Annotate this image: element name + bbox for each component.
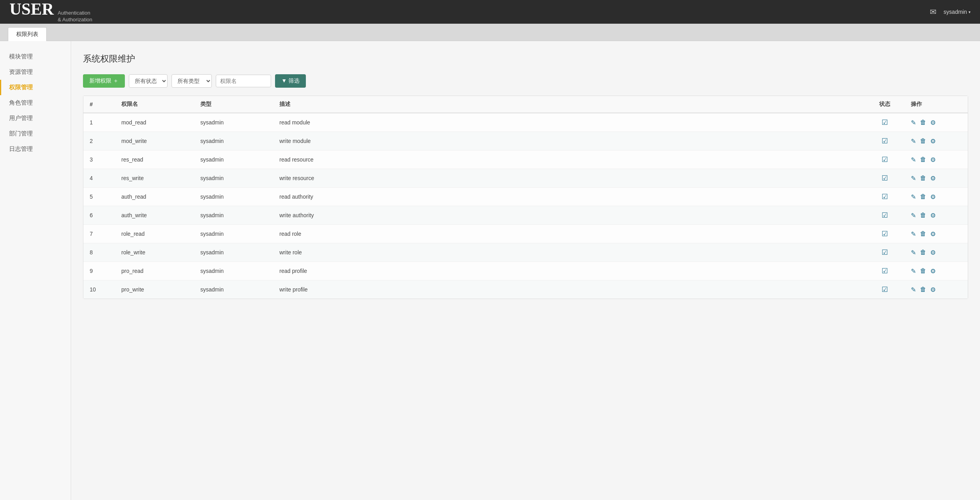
edit-icon[interactable]: ✎ (911, 286, 916, 293)
cell-type: sysadmin (194, 225, 273, 243)
col-header-desc: 描述 (273, 96, 865, 113)
cell-desc: read authority (273, 188, 865, 206)
type-filter-select[interactable]: 所有类型 sysadmin user (172, 74, 212, 88)
status-check-icon: ☑ (882, 137, 888, 145)
settings-icon[interactable]: ⚙ (930, 249, 936, 256)
cell-name: res_read (115, 150, 194, 169)
cell-num: 7 (83, 225, 115, 243)
edit-icon[interactable]: ✎ (911, 249, 916, 256)
cell-desc: read profile (273, 262, 865, 280)
mail-icon[interactable]: ✉ (930, 7, 937, 17)
cell-name: mod_write (115, 132, 194, 150)
cell-desc: write profile (273, 280, 865, 299)
settings-icon[interactable]: ⚙ (930, 230, 936, 238)
delete-icon[interactable]: 🗑 (920, 267, 926, 274)
sidebar: 模块管理 资源管理 权限管理 角色管理 用户管理 部门管理 日志管理 (0, 41, 71, 500)
delete-icon[interactable]: 🗑 (920, 119, 926, 126)
sidebar-item-log[interactable]: 日志管理 (0, 141, 71, 157)
delete-icon[interactable]: 🗑 (920, 193, 926, 200)
cell-status: ☑ (865, 280, 905, 299)
cell-type: sysadmin (194, 113, 273, 132)
brand-sub-text: Authentication & Authorization (58, 10, 92, 23)
status-check-icon: ☑ (882, 118, 888, 126)
settings-icon[interactable]: ⚙ (930, 193, 936, 201)
sidebar-item-role[interactable]: 角色管理 (0, 95, 71, 111)
status-filter-select[interactable]: 所有状态 启用 禁用 (129, 74, 168, 88)
sidebar-item-module[interactable]: 模块管理 (0, 49, 71, 64)
cell-desc: write role (273, 243, 865, 262)
tab-bar: 权限列表 (0, 24, 980, 41)
cell-status: ☑ (865, 150, 905, 169)
delete-icon[interactable]: 🗑 (920, 249, 926, 256)
status-check-icon: ☑ (882, 174, 888, 182)
action-icons-group: ✎ 🗑 ⚙ (911, 249, 961, 256)
add-permission-button[interactable]: 新增权限 ＋ (83, 74, 125, 88)
cell-num: 5 (83, 188, 115, 206)
settings-icon[interactable]: ⚙ (930, 175, 936, 182)
tab-permission-list[interactable]: 权限列表 (8, 27, 47, 41)
sidebar-item-resource[interactable]: 资源管理 (0, 64, 71, 80)
cell-status: ☑ (865, 113, 905, 132)
col-header-status: 状态 (865, 96, 905, 113)
sidebar-item-permission[interactable]: 权限管理 (0, 80, 71, 95)
cell-status: ☑ (865, 132, 905, 150)
table-header-row: # 权限名 类型 描述 状态 操作 (83, 96, 968, 113)
delete-icon[interactable]: 🗑 (920, 212, 926, 219)
col-header-name: 权限名 (115, 96, 194, 113)
cell-action: ✎ 🗑 ⚙ (905, 206, 968, 225)
cell-num: 2 (83, 132, 115, 150)
edit-icon[interactable]: ✎ (911, 193, 916, 201)
status-check-icon: ☑ (882, 286, 888, 293)
edit-icon[interactable]: ✎ (911, 230, 916, 238)
cell-num: 8 (83, 243, 115, 262)
cell-status: ☑ (865, 262, 905, 280)
settings-icon[interactable]: ⚙ (930, 286, 936, 293)
table-row: 4 res_write sysadmin write resource ☑ ✎ … (83, 169, 968, 188)
status-check-icon: ☑ (882, 248, 888, 256)
col-header-type: 类型 (194, 96, 273, 113)
action-icons-group: ✎ 🗑 ⚙ (911, 212, 961, 219)
table-row: 5 auth_read sysadmin read authority ☑ ✎ … (83, 188, 968, 206)
delete-icon[interactable]: 🗑 (920, 137, 926, 145)
cell-name: role_read (115, 225, 194, 243)
filter-button[interactable]: ▼ 筛选 (275, 74, 306, 88)
cell-action: ✎ 🗑 ⚙ (905, 188, 968, 206)
sidebar-item-department[interactable]: 部门管理 (0, 126, 71, 141)
settings-icon[interactable]: ⚙ (930, 212, 936, 219)
settings-icon[interactable]: ⚙ (930, 267, 936, 275)
delete-icon[interactable]: 🗑 (920, 230, 926, 237)
edit-icon[interactable]: ✎ (911, 175, 916, 182)
sidebar-item-user[interactable]: 用户管理 (0, 111, 71, 126)
table-row: 6 auth_write sysadmin write authority ☑ … (83, 206, 968, 225)
edit-icon[interactable]: ✎ (911, 212, 916, 219)
col-header-num: # (83, 96, 115, 113)
edit-icon[interactable]: ✎ (911, 137, 916, 145)
table-row: 7 role_read sysadmin read role ☑ ✎ 🗑 ⚙ (83, 225, 968, 243)
cell-type: sysadmin (194, 132, 273, 150)
edit-icon[interactable]: ✎ (911, 119, 916, 126)
cell-name: auth_write (115, 206, 194, 225)
action-icons-group: ✎ 🗑 ⚙ (911, 137, 961, 145)
delete-icon[interactable]: 🗑 (920, 175, 926, 182)
cell-num: 6 (83, 206, 115, 225)
cell-action: ✎ 🗑 ⚙ (905, 225, 968, 243)
col-header-action: 操作 (905, 96, 968, 113)
table-row: 1 mod_read sysadmin read module ☑ ✎ 🗑 ⚙ (83, 113, 968, 132)
filter-label: ▼ 筛选 (281, 77, 300, 85)
table-row: 3 res_read sysadmin read resource ☑ ✎ 🗑 … (83, 150, 968, 169)
cell-action: ✎ 🗑 ⚙ (905, 150, 968, 169)
permission-name-input[interactable] (216, 75, 271, 87)
edit-icon[interactable]: ✎ (911, 267, 916, 275)
add-permission-label: 新增权限 ＋ (89, 77, 119, 85)
settings-icon[interactable]: ⚙ (930, 119, 936, 126)
status-check-icon: ☑ (882, 230, 888, 238)
settings-icon[interactable]: ⚙ (930, 137, 936, 145)
edit-icon[interactable]: ✎ (911, 156, 916, 164)
table-row: 9 pro_read sysadmin read profile ☑ ✎ 🗑 ⚙ (83, 262, 968, 280)
user-menu[interactable]: sysadmin ▾ (944, 9, 971, 15)
cell-name: mod_read (115, 113, 194, 132)
delete-icon[interactable]: 🗑 (920, 156, 926, 163)
delete-icon[interactable]: 🗑 (920, 286, 926, 293)
cell-action: ✎ 🗑 ⚙ (905, 262, 968, 280)
settings-icon[interactable]: ⚙ (930, 156, 936, 164)
